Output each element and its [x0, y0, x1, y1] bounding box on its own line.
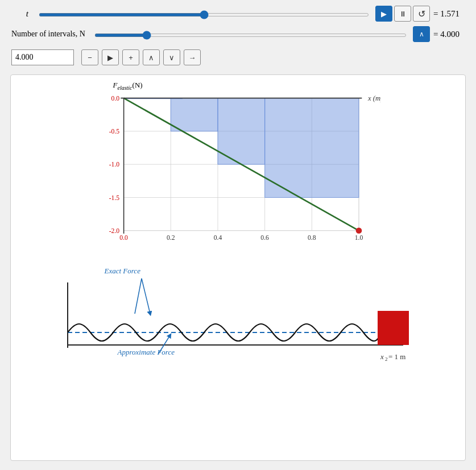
t-slider[interactable]	[39, 13, 369, 16]
plus-button[interactable]: +	[122, 49, 139, 65]
svg-text:0.8: 0.8	[308, 234, 316, 242]
svg-text:= 1 m: = 1 m	[388, 352, 405, 361]
t-label: t	[11, 9, 28, 19]
play-button[interactable]: ▶	[102, 49, 119, 65]
svg-rect-35	[378, 311, 409, 345]
n-slider-container	[94, 29, 407, 39]
svg-text:-0.5: -0.5	[109, 128, 119, 135]
t-value-display: = 1.571	[433, 9, 465, 19]
svg-text:-1.5: -1.5	[109, 194, 119, 202]
svg-rect-15	[264, 98, 358, 198]
t-slider-container	[39, 9, 369, 19]
n-increment-button[interactable]: ∧	[413, 26, 430, 42]
y-axis-title: Felastic(N)	[113, 81, 143, 91]
approx-force-label: Approximate Force	[118, 348, 175, 357]
chart-svg: 0.0 0.2 0.4 0.6 0.8 1.0 0.0 -0.5 -1.0 -1…	[96, 92, 380, 243]
svg-text:0.4: 0.4	[213, 234, 222, 242]
t-pause-button[interactable]: ⏸	[394, 6, 411, 22]
n-slider[interactable]	[94, 34, 407, 37]
svg-text:-2.0: -2.0	[109, 227, 119, 235]
right-button[interactable]: →	[184, 49, 201, 65]
main-panel: Felastic(N)	[10, 74, 466, 461]
up-button[interactable]: ∧	[143, 49, 160, 65]
svg-text:x: x	[380, 352, 384, 361]
control-buttons: − ▶ + ∧ ∨ →	[80, 49, 201, 65]
bottom-diagram: x 2 = 1 m Exact Force Approximate Force	[51, 248, 426, 373]
svg-text:x (m): x (m)	[367, 94, 380, 102]
svg-text:0.0: 0.0	[119, 234, 128, 242]
t-play-button[interactable]: ▶	[375, 6, 392, 22]
svg-text:0.6: 0.6	[260, 234, 269, 242]
svg-text:2: 2	[385, 356, 388, 362]
n-value-display: = 4.000	[433, 30, 465, 39]
svg-text:1.0: 1.0	[354, 234, 363, 242]
t-reset-button[interactable]: ↺	[413, 6, 430, 22]
n-input[interactable]: 4.000	[11, 49, 74, 65]
svg-rect-13	[171, 98, 218, 131]
n-label: Number of intervals, N	[11, 30, 85, 39]
top-chart: Felastic(N)	[96, 81, 380, 246]
svg-text:-1.0: -1.0	[109, 161, 119, 168]
down-button[interactable]: ∨	[163, 49, 180, 65]
minus-button[interactable]: −	[81, 49, 98, 65]
svg-text:0.2: 0.2	[166, 234, 175, 242]
svg-text:0.0: 0.0	[111, 95, 119, 102]
exact-force-label: Exact Force	[105, 267, 140, 276]
svg-point-17	[355, 228, 362, 234]
